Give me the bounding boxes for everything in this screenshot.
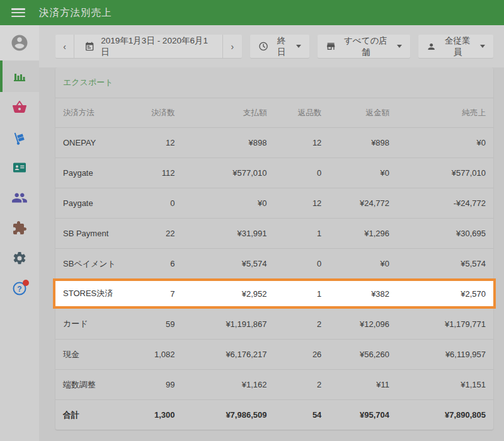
store-filter-button[interactable]: すべての店舗 [318, 35, 410, 58]
value-cell: ¥95,704 [329, 410, 397, 420]
value-cell: 6 [130, 259, 182, 268]
value-cell: 112 [130, 168, 182, 178]
time-filter-label: 終日 [273, 35, 290, 58]
calendar-icon [84, 41, 94, 52]
value-cell: ¥1,296 [329, 229, 397, 238]
payment-method-cell: 合計 [55, 410, 130, 421]
export-link[interactable]: エクスポート [63, 77, 113, 88]
value-cell: ¥56,260 [329, 350, 397, 359]
app-header: 決済方法別売上 [0, 0, 504, 25]
column-header: 決済数 [130, 108, 182, 118]
table-header-row: 決済方法決済数支払額返品数返金額純売上 [55, 98, 493, 127]
puzzle-icon [12, 220, 27, 236]
hamburger-icon[interactable] [11, 8, 25, 17]
prev-date-button[interactable]: ‹ [55, 35, 74, 58]
table-row[interactable]: 端数調整99¥1,1622¥11¥1,151 [55, 369, 493, 399]
value-cell: ¥24,772 [329, 198, 397, 208]
value-cell: 0 [274, 259, 329, 268]
value-cell: -¥24,772 [397, 198, 493, 208]
page-title: 決済方法別売上 [39, 6, 112, 20]
table-row[interactable]: カード59¥1,191,8672¥12,096¥1,179,771 [55, 309, 493, 339]
time-filter-button[interactable]: 終日 [250, 35, 309, 58]
next-date-button[interactable]: › [223, 35, 242, 58]
sidebar-item-extensions[interactable] [0, 213, 39, 243]
notification-badge [23, 280, 29, 286]
column-header: 支払額 [183, 108, 275, 118]
value-cell: ¥382 [329, 289, 397, 299]
sidebar-item-sales-report[interactable] [0, 60, 39, 92]
value-cell: 7 [130, 289, 182, 299]
value-cell: ¥0 [183, 198, 275, 208]
value-cell: ¥11 [329, 380, 397, 389]
staff-filter-label: 全従業員 [441, 35, 474, 58]
value-cell: ¥5,574 [397, 259, 493, 268]
export-row: エクスポート [55, 67, 493, 98]
table-row[interactable]: SB Payment22¥31,9911¥1,296¥30,695 [55, 218, 493, 248]
sidebar-item-settings[interactable] [0, 243, 39, 273]
bar-chart-icon [12, 69, 27, 84]
value-cell: ¥1,191,867 [183, 319, 275, 329]
value-cell: ¥577,010 [397, 168, 493, 178]
value-cell: ¥31,991 [183, 229, 275, 238]
value-cell: 2 [274, 319, 329, 329]
payment-method-cell: 現金 [55, 349, 130, 360]
table-total-row[interactable]: 合計1,300¥7,986,50954¥95,704¥7,890,805 [55, 399, 493, 430]
column-header: 決済方法 [55, 108, 130, 118]
payment-method-cell: SB Payment [55, 229, 130, 238]
main-content: ‹ 2019年1月3日 - 2020年6月1日 › 終日 [39, 25, 504, 441]
value-cell: 1,300 [130, 410, 182, 420]
value-cell: ¥12,096 [329, 319, 397, 329]
staff-filter-button[interactable]: 全従業員 [418, 35, 493, 58]
value-cell: 12 [130, 138, 182, 147]
sidebar-item-inventory[interactable] [0, 122, 39, 152]
value-cell: ¥0 [329, 259, 397, 268]
caret-down-icon [480, 45, 485, 48]
store-icon [326, 41, 336, 52]
sidebar-item-help[interactable]: ? [0, 273, 39, 304]
basket-icon [12, 100, 27, 115]
value-cell: ¥898 [329, 138, 397, 147]
value-cell: ¥0 [397, 138, 493, 147]
table-row[interactable]: Paygate112¥577,0100¥0¥577,010 [55, 158, 493, 188]
people-icon [11, 190, 28, 206]
caret-down-icon [397, 45, 402, 48]
value-cell: 22 [130, 229, 182, 238]
value-cell: ¥1,151 [397, 380, 493, 389]
chevron-right-icon: › [231, 42, 234, 52]
value-cell: 12 [274, 138, 329, 147]
filter-toolbar: ‹ 2019年1月3日 - 2020年6月1日 › 終日 [39, 25, 504, 67]
payment-method-cell: Paygate [55, 168, 130, 178]
store-filter-label: すべての店舗 [341, 35, 391, 58]
value-cell: 1 [274, 289, 329, 299]
value-cell: ¥6,119,957 [397, 350, 493, 359]
table-row[interactable]: Paygate0¥012¥24,772-¥24,772 [55, 188, 493, 218]
value-cell: ¥1,162 [183, 380, 275, 389]
table-row[interactable]: ONEPAY12¥89812¥898¥0 [55, 127, 493, 158]
value-cell: 54 [274, 410, 329, 420]
sidebar-item-customers[interactable] [0, 152, 39, 183]
table-row[interactable]: SBペイメント6¥5,5740¥0¥5,574 [55, 248, 493, 278]
sidebar-item-account[interactable] [0, 25, 39, 60]
person-icon [427, 42, 436, 52]
payment-method-cell: STORES決済 [55, 288, 130, 299]
value-cell: ¥5,574 [183, 259, 275, 268]
value-cell: ¥6,176,217 [183, 350, 275, 359]
value-cell: 1 [274, 229, 329, 238]
value-cell: 0 [130, 198, 182, 208]
chevron-left-icon: ‹ [63, 42, 66, 52]
table-row-highlighted[interactable]: STORES決済7¥2,9521¥382¥2,570 [53, 278, 496, 309]
sidebar-item-products[interactable] [0, 92, 39, 122]
caret-down-icon [296, 45, 301, 48]
value-cell: ¥7,986,509 [183, 410, 275, 420]
value-cell: 0 [274, 168, 329, 178]
date-range-label: 2019年1月3日 - 2020年6月1日 [101, 35, 212, 58]
value-cell: 59 [130, 319, 182, 329]
value-cell: ¥2,570 [397, 289, 493, 299]
payment-method-cell: Paygate [55, 198, 130, 208]
gear-icon [12, 251, 27, 266]
date-range-button[interactable]: 2019年1月3日 - 2020年6月1日 [74, 35, 223, 58]
table-row[interactable]: 現金1,082¥6,176,21726¥56,260¥6,119,957 [55, 339, 493, 369]
account-icon [10, 33, 29, 52]
sidebar-item-staff[interactable] [0, 183, 39, 213]
hand-truck-icon [12, 130, 27, 145]
